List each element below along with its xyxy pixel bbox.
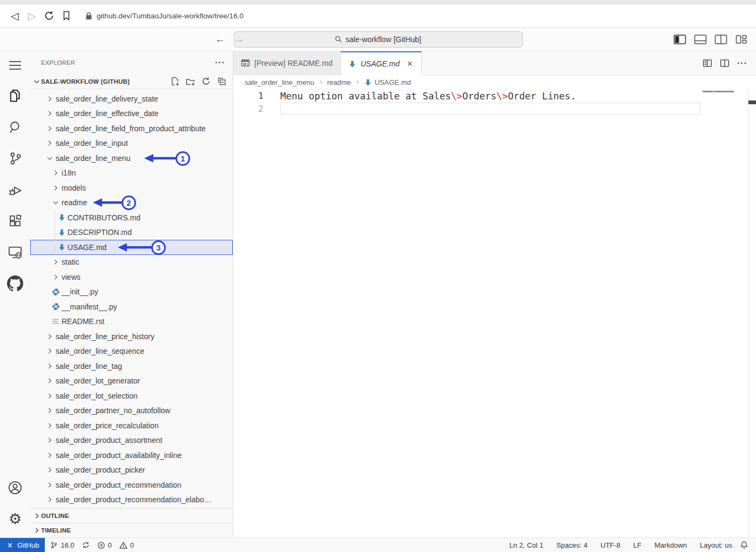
run-debug-icon[interactable] — [2, 177, 28, 203]
tree-item[interactable]: sale_order_line_menu — [30, 151, 233, 166]
command-center-search[interactable]: sale-workflow [GitHub] — [234, 31, 523, 48]
status-right-item[interactable]: Ln 2, Col 1 — [509, 541, 543, 549]
reload-icon[interactable] — [41, 8, 57, 24]
breadcrumb-item[interactable]: sale_order_line_menu — [245, 78, 314, 86]
outline-panel-header[interactable]: OUTLINE — [30, 508, 233, 523]
breadcrumb-separator-icon — [354, 79, 361, 85]
toggle-secondary-sidebar-icon[interactable] — [714, 32, 728, 46]
github-icon[interactable] — [2, 271, 28, 297]
editor-scrollbar[interactable] — [748, 89, 756, 537]
toggle-sidebar-icon[interactable] — [673, 32, 687, 46]
status-right-item[interactable]: Layout: us — [700, 541, 732, 549]
tree-item[interactable]: README.rst — [30, 314, 233, 329]
explorer-icon[interactable] — [2, 83, 28, 109]
breadcrumb-separator-icon — [318, 79, 324, 85]
tree-item[interactable]: sale_order_line_tag — [30, 359, 233, 374]
status-error-item[interactable]: 0 — [97, 541, 112, 549]
tab-label: USAGE.md — [361, 59, 400, 68]
code-editor[interactable]: 1Menu option available at Sales \> Order… — [233, 89, 756, 537]
tree-item[interactable]: sale_order_product_recommendation — [30, 477, 233, 493]
search-icon[interactable] — [2, 114, 28, 140]
remote-indicator[interactable]: GitHub — [0, 538, 45, 552]
menu-icon[interactable] — [2, 56, 28, 75]
tree-item[interactable]: sale_order_line_delivery_state — [30, 91, 233, 106]
extensions-icon[interactable] — [2, 208, 28, 234]
code-text[interactable] — [280, 103, 700, 115]
folder-section-header[interactable]: SALE-WORKFLOW [GITHUB] — [30, 74, 233, 89]
status-sync-item[interactable] — [82, 541, 90, 549]
split-editor-icon[interactable] — [720, 58, 730, 68]
tree-item[interactable]: sale_order_price_recalculation — [30, 418, 233, 433]
status-right-item[interactable]: Spaces: 4 — [556, 541, 588, 549]
back-icon[interactable]: ◁ — [6, 8, 23, 24]
tree-item[interactable]: sale_order_product_assortment — [30, 433, 233, 448]
tree-item[interactable]: models — [30, 180, 233, 196]
tab-usage-md[interactable]: USAGE.md — [341, 51, 422, 75]
breadcrumb-item[interactable]: USAGE.md — [364, 78, 411, 86]
tree-item[interactable]: static — [30, 255, 233, 270]
code-line[interactable]: 2 — [233, 103, 756, 116]
tree-item[interactable]: USAGE.md — [30, 240, 233, 255]
toggle-panel-icon[interactable] — [693, 32, 707, 46]
status-right-item[interactable]: LF — [633, 541, 642, 549]
tree-item[interactable]: sale_order_line_effective_date — [30, 106, 233, 122]
tree-item[interactable]: views — [30, 270, 233, 285]
tree-item[interactable]: __init__.py — [30, 285, 233, 300]
customize-layout-icon[interactable] — [734, 32, 748, 46]
url-text[interactable]: github.dev/TumbaoJu/sale-workflow/tree/1… — [97, 12, 244, 20]
tree-item[interactable]: sale_order_product_recommendation_elabo… — [30, 493, 233, 508]
minimap[interactable] — [701, 89, 747, 230]
status-branch-item[interactable]: 16.0 — [50, 541, 74, 549]
status-right-item[interactable]: Markdown — [654, 541, 687, 549]
tree-item[interactable]: sale_order_product_availability_inline — [30, 448, 233, 463]
tree-item[interactable]: DESCRIPTION.md — [30, 225, 233, 240]
timeline-panel-label: TIMELINE — [41, 527, 71, 534]
close-icon[interactable] — [406, 60, 414, 68]
timeline-panel-header[interactable]: TIMELINE — [30, 523, 233, 537]
explorer-more-actions-icon[interactable]: ··· — [215, 58, 225, 68]
refresh-icon[interactable] — [201, 77, 211, 86]
open-preview-side-icon[interactable] — [703, 58, 712, 68]
settings-gear-icon[interactable]: ⚙ — [2, 506, 28, 532]
nav-forward-icon[interactable]: → — [234, 33, 244, 45]
tree-item[interactable]: sale_order_product_picker — [30, 463, 233, 478]
nav-back-icon[interactable]: ← — [215, 33, 225, 45]
chevron-right-icon — [45, 347, 54, 355]
tree-item[interactable]: sale_order_line_field_from_product_attri… — [30, 121, 233, 136]
remote-explorer-icon[interactable] — [2, 239, 28, 265]
tree-item[interactable]: sale_order_line_input — [30, 136, 233, 151]
code-line[interactable]: 1Menu option available at Sales \> Order… — [233, 90, 756, 103]
more-actions-icon[interactable]: ··· — [737, 58, 747, 68]
breadcrumb-item[interactable]: readme — [327, 78, 351, 86]
remote-label: GitHub — [17, 541, 39, 549]
forward-icon[interactable]: ▷ — [24, 8, 40, 24]
tree-item[interactable]: i18n — [30, 166, 233, 181]
workbench: ⚙ EXPLORER ··· SALE-WORKFLOW [GITHUB] — [0, 51, 756, 537]
collapse-all-icon[interactable] — [217, 77, 226, 86]
markdown-file-icon — [57, 243, 66, 252]
tree-item[interactable]: sale_order_lot_generator — [30, 374, 233, 389]
tree-item-label: sale_order_lot_generator — [56, 376, 140, 385]
tree-item[interactable]: sale_order_line_sequence — [30, 344, 233, 359]
account-icon[interactable] — [2, 475, 28, 501]
status-right-item[interactable]: UTF-8 — [600, 541, 620, 549]
tree-item[interactable]: sale_order_lot_selection — [30, 388, 233, 403]
new-folder-icon[interactable] — [185, 77, 195, 86]
chevron-down-icon — [45, 154, 54, 163]
new-file-icon[interactable] — [170, 77, 179, 86]
source-control-icon[interactable] — [2, 145, 28, 171]
status-warning-item[interactable]: 0 — [119, 541, 134, 549]
code-text[interactable]: Menu option available at Sales \> Orders… — [280, 90, 700, 102]
tree-item[interactable]: __manifest__.py — [30, 299, 233, 314]
bookmark-icon[interactable] — [58, 8, 75, 24]
scrollbar-thumb[interactable] — [748, 100, 756, 104]
lock-icon[interactable] — [85, 12, 92, 20]
bell-icon[interactable] — [740, 541, 748, 549]
tree-item[interactable]: sale_order_partner_no_autofollow — [30, 403, 233, 419]
tab--preview-readme-md[interactable]: [Preview] README.md — [233, 51, 341, 75]
tree-item[interactable]: CONTRIBUTORS.md — [30, 210, 233, 225]
tree-item[interactable]: readme — [30, 196, 233, 211]
tree-item[interactable]: sale_order_line_price_history — [30, 329, 233, 344]
chevron-right-icon — [45, 436, 54, 445]
breadcrumb: sale_order_line_menureadmeUSAGE.md — [233, 75, 756, 89]
